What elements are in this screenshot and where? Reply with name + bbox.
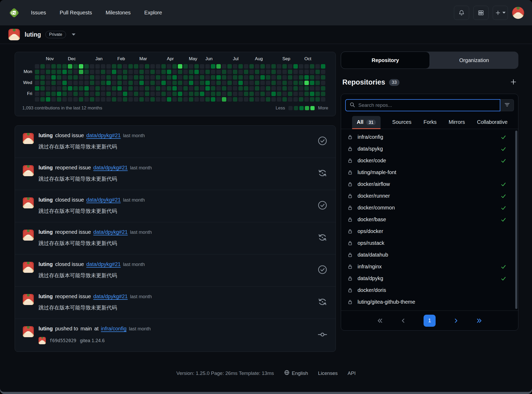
heatmap-cell — [299, 70, 303, 74]
repo-list-item[interactable]: luting/maple-font — [341, 167, 518, 178]
lock-icon — [347, 299, 353, 305]
feed-action-text: closed issue — [55, 261, 84, 267]
heatmap-cell — [233, 70, 237, 74]
repo-name: docker/base — [358, 217, 386, 223]
feed-target-link[interactable]: data/dpykg#21 — [86, 132, 121, 138]
heatmap-cell — [238, 81, 243, 85]
lock-icon — [347, 229, 353, 234]
repo-list-item[interactable]: docker/base — [341, 214, 518, 225]
heatmap-cell — [123, 97, 127, 102]
current-page-button[interactable]: 1 — [424, 315, 436, 327]
scope-tab-repository[interactable]: Repository — [341, 52, 430, 69]
repo-list-item[interactable]: docker/code — [341, 155, 518, 167]
feed-actor-name[interactable]: luting — [39, 326, 53, 332]
feed-actor-name[interactable]: luting — [39, 229, 53, 235]
contribution-heatmap: 1,093 contributions in the last 12 month… — [15, 52, 336, 116]
licenses-link[interactable]: Licenses — [318, 370, 338, 376]
feed-target-link[interactable]: data/dpykg#21 — [86, 261, 121, 267]
heatmap-cell — [194, 92, 199, 96]
heatmap-cell — [73, 97, 78, 102]
heatmap-cell — [156, 75, 160, 80]
notifications-button[interactable] — [454, 6, 469, 20]
filter-tab-collaborative[interactable]: Collaborative — [476, 116, 508, 129]
heatmap-cell — [183, 92, 188, 96]
feed-target-link[interactable]: data/dpykg#21 — [86, 197, 121, 203]
commit-hash-link[interactable]: f69d552029 — [50, 338, 76, 343]
legend-more-label: More — [318, 106, 328, 111]
search-input[interactable] — [358, 102, 496, 108]
first-page-button[interactable] — [376, 317, 383, 324]
repo-list-item[interactable]: ops/rustack — [341, 237, 518, 249]
heatmap-cell — [106, 92, 111, 96]
footer: Version: 1.25.0 Page: 26ms Template: 13m… — [0, 370, 532, 377]
repo-filter-button[interactable] — [500, 99, 514, 111]
heatmap-cell — [106, 97, 111, 102]
nav-link-issues[interactable]: Issues — [31, 10, 46, 16]
heatmap-cell — [150, 75, 155, 80]
feed-actor-avatar[interactable] — [23, 294, 34, 305]
last-page-button[interactable] — [476, 317, 483, 324]
repo-list-item[interactable]: docker/airflow — [341, 178, 518, 190]
heatmap-cell — [101, 92, 105, 96]
nav-link-explore[interactable]: Explore — [144, 10, 162, 16]
feed-actor-avatar[interactable] — [23, 230, 34, 241]
heatmap-cell — [150, 97, 155, 102]
feed-actor-avatar[interactable] — [23, 197, 34, 208]
lock-icon — [347, 240, 353, 246]
profile-dropdown-caret-icon[interactable] — [72, 34, 75, 36]
repo-list-item[interactable]: data/datahub — [341, 249, 518, 261]
heatmap-cell — [205, 75, 210, 80]
feed-actor-avatar[interactable] — [23, 262, 34, 273]
repo-list-item[interactable]: infra/config — [341, 131, 518, 143]
repo-list-item[interactable]: luting/gitea-github-theme — [341, 296, 518, 308]
filter-tab-mirrors[interactable]: Mirrors — [448, 116, 465, 129]
repo-list-item[interactable]: data/dpykg — [341, 273, 518, 284]
create-new-button[interactable] — [493, 6, 508, 20]
repo-list-item[interactable]: docker/common — [341, 202, 518, 214]
api-link[interactable]: API — [348, 370, 356, 376]
feed-target-link[interactable]: data/dpykg#21 — [93, 165, 128, 171]
heatmap-cell — [282, 81, 287, 85]
repo-list-item[interactable]: docker/doris — [341, 284, 518, 296]
feed-actor-avatar[interactable] — [23, 133, 34, 144]
feed-actor-name[interactable]: luting — [39, 293, 53, 299]
feed-actor-name[interactable]: luting — [39, 165, 53, 171]
heatmap-cell — [310, 75, 314, 80]
feed-target-link[interactable]: data/dpykg#21 — [93, 229, 128, 235]
heatmap-cell — [200, 81, 204, 85]
feed-actor-name[interactable]: luting — [39, 261, 53, 267]
feed-item-headline: lutingreopened issuedata/dpykg#21last mo… — [39, 229, 312, 235]
nav-link-pull-requests[interactable]: Pull Requests — [60, 10, 92, 16]
feed-actor-avatar[interactable] — [23, 326, 34, 337]
heatmap-cell — [227, 92, 232, 96]
heatmap-cell — [266, 64, 270, 69]
filter-tab-sources[interactable]: Sources — [392, 116, 412, 129]
prev-page-button[interactable] — [400, 317, 407, 324]
admin-panel-button[interactable] — [473, 6, 489, 20]
scope-tab-organization[interactable]: Organization — [430, 52, 518, 69]
gitea-logo-icon[interactable] — [8, 7, 20, 19]
feed-target-link[interactable]: infra/config — [101, 326, 127, 332]
repo-list-item[interactable]: data/spykg — [341, 143, 518, 155]
repo-list-item[interactable]: ops/docker — [341, 225, 518, 237]
scrollbar-thumb[interactable] — [515, 131, 517, 309]
user-avatar[interactable] — [512, 7, 524, 19]
heatmap-cell — [84, 97, 89, 102]
feed-actor-name[interactable]: luting — [39, 197, 53, 203]
nav-link-milestones[interactable]: Milestones — [106, 10, 131, 16]
filter-tab-all[interactable]: All31 — [352, 116, 381, 129]
repo-list-item[interactable]: docker/runner — [341, 190, 518, 202]
heatmap-cell — [271, 75, 276, 80]
profile-avatar[interactable] — [8, 29, 20, 40]
heatmap-month-label: Jun — [205, 56, 212, 62]
feed-actor-avatar[interactable] — [23, 165, 34, 176]
new-repository-button[interactable] — [510, 79, 517, 86]
feed-actor-name[interactable]: luting — [39, 132, 53, 138]
repo-list-item[interactable]: infra/nginx — [341, 261, 518, 273]
language-selector[interactable]: English — [284, 370, 308, 377]
heatmap-cell — [84, 86, 89, 91]
filter-tab-forks[interactable]: Forks — [423, 116, 437, 129]
issue-reopened-icon — [317, 297, 328, 308]
next-page-button[interactable] — [452, 317, 459, 324]
feed-target-link[interactable]: data/dpykg#21 — [93, 293, 128, 299]
